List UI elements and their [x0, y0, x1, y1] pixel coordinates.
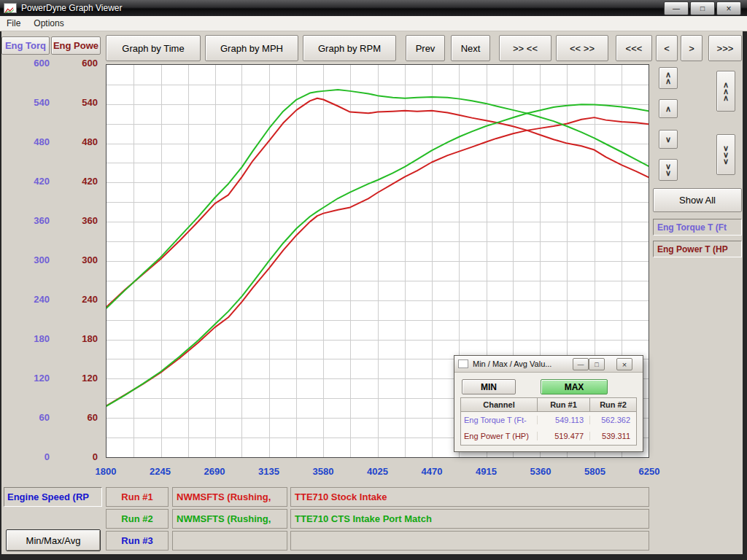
torque-scale-up-button[interactable]: ∧	[659, 99, 678, 118]
run-label[interactable]: Run #2	[106, 509, 169, 529]
x-tick: 3580	[296, 466, 350, 477]
y-tick-power: 600	[55, 58, 98, 69]
app-icon	[4, 3, 17, 13]
minmax-minimize-icon[interactable]: —	[573, 358, 589, 370]
x-channel-button[interactable]: Engine Speed (RP	[4, 487, 102, 507]
minmax-run1-value: 549.113	[537, 416, 589, 424]
x-tick: 6250	[622, 466, 676, 477]
y-tick-power: 540	[55, 97, 98, 108]
y-tick-torque: 600	[3, 58, 50, 69]
legend-eng-torque[interactable]: Eng Torque T (Ft	[653, 219, 742, 236]
minmax-channel-label: Eng Power T (HP)	[461, 432, 537, 440]
graph-by-rpm-button[interactable]: Graph by RPM	[303, 35, 396, 61]
torque-scale-up-fast-button[interactable]: ∧ ∧	[659, 67, 678, 89]
x-tick: 4025	[351, 466, 405, 477]
minmax-window-icon	[458, 359, 468, 368]
tab-eng-torque[interactable]: Eng Torq	[1, 36, 50, 55]
y-tick-power: 240	[55, 294, 98, 305]
y-tick-power: 120	[55, 373, 98, 384]
minimize-icon[interactable]: —	[664, 1, 689, 15]
minmax-avg-button[interactable]: Min/Max/Avg	[6, 529, 101, 551]
show-all-button[interactable]: Show All	[653, 188, 742, 212]
close-icon[interactable]: ×	[716, 1, 741, 15]
y-tick-power: 360	[55, 215, 98, 226]
minmax-table-row: Eng Torque T (Ft-549.113562.362	[461, 412, 636, 428]
run-desc: TTE710 Stock Intake	[290, 487, 649, 507]
run-source: NWMSFTS (Rushing,	[172, 509, 287, 529]
y-tick-torque: 360	[3, 215, 50, 226]
zoom-out-button[interactable]: << >>	[556, 35, 608, 61]
menu-file[interactable]: File	[0, 17, 27, 30]
next-button[interactable]: Next	[451, 35, 490, 61]
minmax-window: Min / Max / Avg Valu... — □ × MIN MAX Ch…	[454, 355, 643, 452]
graph-by-time-button[interactable]: Graph by Time	[106, 35, 201, 61]
y-tick-torque: 60	[3, 412, 50, 423]
minmax-window-title: Min / Max / Avg Valu...	[473, 359, 551, 368]
y-tick-torque: 0	[3, 451, 50, 462]
minmax-run1-value: 519.477	[537, 432, 589, 440]
x-tick: 2690	[187, 466, 241, 477]
step-back-button[interactable]: <	[656, 35, 678, 61]
minmax-restore-icon[interactable]: □	[589, 358, 605, 370]
y-tick-torque: 420	[3, 176, 50, 187]
max-button[interactable]: MAX	[541, 379, 608, 394]
rewind-button[interactable]: <<<	[616, 35, 652, 61]
x-tick: 4915	[460, 466, 514, 477]
minmax-channel-label: Eng Torque T (Ft-	[461, 416, 537, 424]
x-tick: 4470	[405, 466, 459, 477]
zoom-in-button[interactable]: >> <<	[499, 35, 551, 61]
y-tick-power: 0	[55, 451, 98, 462]
y-tick-power: 60	[55, 412, 98, 423]
step-forward-button[interactable]: >	[681, 35, 703, 61]
powerdyne-window: PowerDyne Graph Viewer — □ × File Option…	[0, 0, 747, 560]
window-frame-bottom	[0, 554, 747, 560]
y-tick-torque: 540	[3, 97, 50, 108]
run-source	[172, 531, 287, 551]
torque-scale-down-button[interactable]: ∨	[659, 130, 678, 149]
power-scale-down-button[interactable]: ∨ ∨ ∨	[716, 134, 735, 175]
legend-eng-power[interactable]: Eng Power T (HP	[653, 241, 742, 257]
prev-button[interactable]: Prev	[406, 35, 445, 61]
x-tick: 3135	[242, 466, 296, 477]
run-source: NWMSFTS (Rushing,	[172, 487, 287, 507]
title-bar[interactable]: PowerDyne Graph Viewer — □ ×	[0, 0, 747, 16]
run-desc	[290, 531, 649, 551]
window-title: PowerDyne Graph Viewer	[21, 3, 123, 13]
column-channel: Channel	[461, 398, 537, 411]
minmax-table-row: Eng Power T (HP)519.477539.311	[461, 428, 636, 444]
column-run2: Run #2	[589, 398, 636, 411]
window-frame-right	[743, 0, 747, 560]
column-run1: Run #1	[537, 398, 589, 411]
y-tick-torque: 240	[3, 294, 50, 305]
fast-forward-button[interactable]: >>>	[708, 35, 742, 61]
y-tick-power: 420	[55, 176, 98, 187]
tab-eng-power[interactable]: Eng Powe	[51, 36, 101, 55]
minmax-table-header: Channel Run #1 Run #2	[461, 398, 636, 412]
x-tick: 1800	[79, 466, 133, 477]
menu-options[interactable]: Options	[27, 17, 70, 30]
window-frame-left	[0, 0, 1, 560]
power-scale-up-button[interactable]: ∧ ∧ ∧	[716, 71, 735, 112]
menu-bar: File Options	[0, 16, 747, 31]
min-button[interactable]: MIN	[462, 379, 516, 394]
y-tick-torque: 480	[3, 136, 50, 147]
torque-scale-down-fast-button[interactable]: ∨ ∨	[659, 159, 678, 181]
x-tick: 2245	[133, 466, 187, 477]
minmax-title-bar[interactable]: Min / Max / Avg Valu... — □ ×	[454, 356, 643, 373]
run-desc: TTE710 CTS Intake Port Match	[290, 509, 649, 529]
run-label[interactable]: Run #3	[106, 531, 169, 551]
y-tick-power: 180	[55, 333, 98, 344]
y-tick-torque: 120	[3, 373, 50, 384]
minmax-table: Channel Run #1 Run #2 Eng Torque T (Ft-5…	[460, 397, 637, 446]
x-tick: 5805	[568, 466, 622, 477]
graph-by-mph-button[interactable]: Graph by MPH	[205, 35, 298, 61]
minmax-run2-value: 562.362	[589, 416, 636, 424]
x-tick: 5360	[514, 466, 568, 477]
y-tick-torque: 300	[3, 254, 50, 265]
minmax-close-icon[interactable]: ×	[616, 358, 632, 370]
window-controls: — □ ×	[664, 1, 741, 15]
run-label[interactable]: Run #1	[106, 487, 169, 507]
y-tick-power: 480	[55, 136, 98, 147]
maximize-icon[interactable]: □	[690, 1, 715, 15]
minmax-run2-value: 539.311	[589, 432, 636, 440]
